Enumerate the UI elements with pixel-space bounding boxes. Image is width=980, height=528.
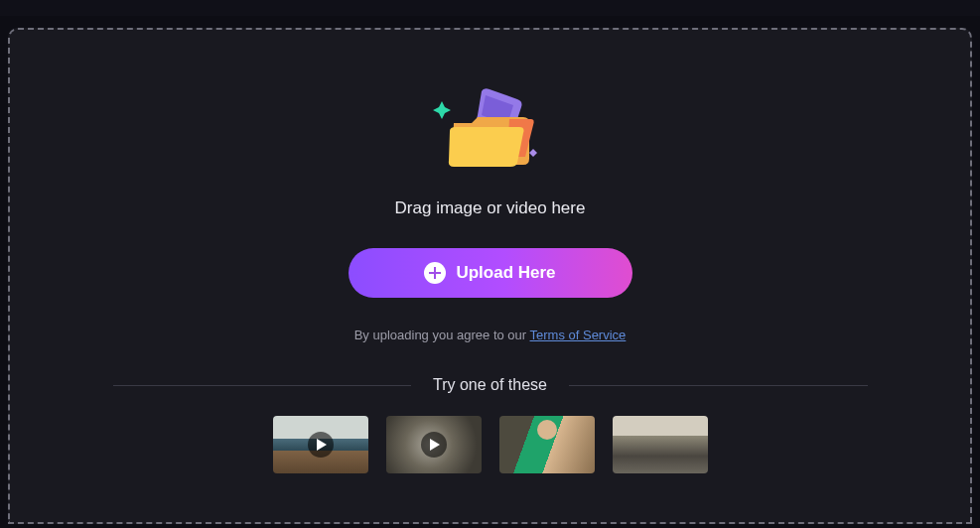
plus-circle-icon: [424, 262, 446, 284]
top-bar: [0, 0, 980, 16]
folder-upload-icon: [426, 85, 555, 181]
terms-prefix: By uploading you agree to our: [354, 328, 530, 342]
upload-dropzone[interactable]: Drag image or video here Upload Here By …: [8, 28, 972, 524]
upload-button-label: Upload Here: [456, 263, 555, 283]
sample-thumbnails-row: [273, 416, 708, 473]
try-label: Try one of these: [433, 376, 547, 394]
try-divider: Try one of these: [113, 376, 868, 394]
terms-line: By uploading you agree to our Terms of S…: [354, 328, 627, 342]
sample-image: [613, 416, 708, 473]
play-icon: [421, 432, 447, 458]
terms-of-service-link[interactable]: Terms of Service: [530, 328, 627, 342]
drag-instruction-text: Drag image or video here: [395, 198, 586, 218]
sample-thumb-1[interactable]: [273, 416, 368, 473]
sample-image: [499, 416, 595, 473]
divider-line: [569, 385, 867, 386]
play-icon: [308, 432, 334, 458]
upload-button[interactable]: Upload Here: [349, 248, 632, 298]
sample-thumb-4[interactable]: [613, 416, 708, 473]
sample-thumb-2[interactable]: [386, 416, 482, 473]
sample-thumb-3[interactable]: [499, 416, 595, 473]
divider-line: [113, 385, 411, 386]
